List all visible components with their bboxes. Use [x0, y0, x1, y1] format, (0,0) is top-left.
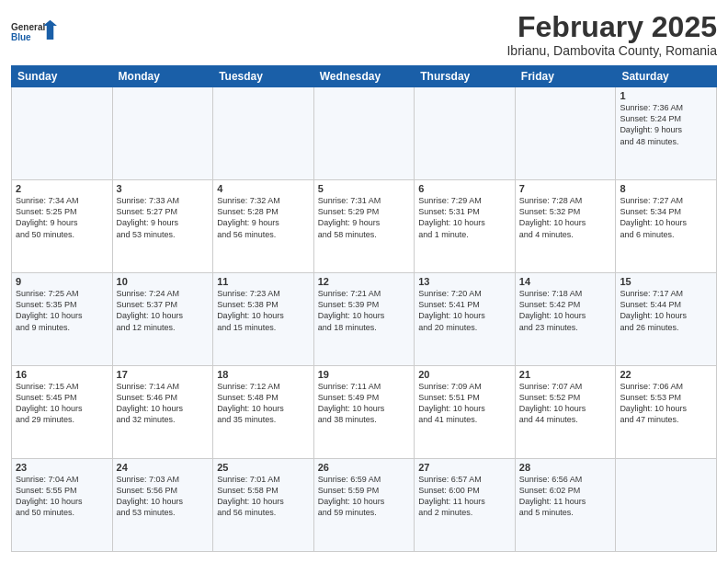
calendar-weekday-wednesday: Wednesday — [313, 66, 415, 87]
day-detail: Sunrise: 7:18 AM Sunset: 5:42 PM Dayligh… — [519, 288, 612, 333]
calendar-cell — [313, 87, 415, 180]
day-detail: Sunrise: 7:06 AM Sunset: 5:53 PM Dayligh… — [620, 381, 712, 426]
day-number: 2 — [16, 183, 108, 194]
page: General Blue February 2025 Ibrianu, Damb… — [0, 0, 728, 563]
day-detail: Sunrise: 7:28 AM Sunset: 5:32 PM Dayligh… — [519, 195, 612, 240]
day-number: 23 — [16, 462, 108, 473]
calendar-weekday-tuesday: Tuesday — [213, 66, 314, 87]
day-number: 17 — [117, 369, 210, 380]
day-number: 4 — [217, 183, 310, 194]
day-detail: Sunrise: 7:33 AM Sunset: 5:27 PM Dayligh… — [117, 195, 210, 240]
calendar-cell — [112, 87, 213, 180]
day-number: 9 — [16, 276, 108, 287]
day-number: 11 — [217, 276, 310, 287]
calendar-cell: 23Sunrise: 7:04 AM Sunset: 5:55 PM Dayli… — [12, 459, 113, 552]
calendar-cell: 2Sunrise: 7:34 AM Sunset: 5:25 PM Daylig… — [12, 180, 113, 273]
day-detail: Sunrise: 7:34 AM Sunset: 5:25 PM Dayligh… — [16, 195, 108, 240]
calendar-weekday-sunday: Sunday — [12, 66, 113, 87]
calendar-week-3: 9Sunrise: 7:25 AM Sunset: 5:35 PM Daylig… — [12, 273, 717, 366]
calendar-cell: 8Sunrise: 7:27 AM Sunset: 5:34 PM Daylig… — [616, 180, 717, 273]
calendar-cell: 5Sunrise: 7:31 AM Sunset: 5:29 PM Daylig… — [313, 180, 415, 273]
calendar-weekday-saturday: Saturday — [616, 66, 717, 87]
day-number: 27 — [418, 462, 511, 473]
calendar-cell: 6Sunrise: 7:29 AM Sunset: 5:31 PM Daylig… — [415, 180, 516, 273]
calendar-cell: 28Sunrise: 6:56 AM Sunset: 6:02 PM Dayli… — [515, 459, 616, 552]
calendar-cell — [616, 459, 717, 552]
calendar-cell — [213, 87, 314, 180]
calendar-weekday-monday: Monday — [112, 66, 213, 87]
day-detail: Sunrise: 7:25 AM Sunset: 5:35 PM Dayligh… — [16, 288, 108, 333]
calendar-cell: 15Sunrise: 7:17 AM Sunset: 5:44 PM Dayli… — [616, 273, 717, 366]
day-detail: Sunrise: 7:11 AM Sunset: 5:49 PM Dayligh… — [318, 381, 411, 426]
location: Ibrianu, Dambovita County, Romania — [506, 43, 717, 58]
svg-text:General: General — [11, 22, 45, 32]
svg-text:Blue: Blue — [11, 32, 31, 42]
day-detail: Sunrise: 7:15 AM Sunset: 5:45 PM Dayligh… — [16, 381, 108, 426]
day-detail: Sunrise: 7:32 AM Sunset: 5:28 PM Dayligh… — [217, 195, 310, 240]
calendar-cell: 7Sunrise: 7:28 AM Sunset: 5:32 PM Daylig… — [515, 180, 616, 273]
calendar-cell: 10Sunrise: 7:24 AM Sunset: 5:37 PM Dayli… — [112, 273, 213, 366]
day-detail: Sunrise: 7:29 AM Sunset: 5:31 PM Dayligh… — [418, 195, 511, 240]
calendar-cell: 11Sunrise: 7:23 AM Sunset: 5:38 PM Dayli… — [213, 273, 314, 366]
day-number: 21 — [519, 369, 612, 380]
calendar-header-row: SundayMondayTuesdayWednesdayThursdayFrid… — [12, 66, 717, 87]
day-number: 1 — [620, 90, 712, 101]
title-block: February 2025 Ibrianu, Dambovita County,… — [506, 11, 717, 58]
calendar-table: SundayMondayTuesdayWednesdayThursdayFrid… — [11, 65, 717, 552]
day-number: 26 — [318, 462, 411, 473]
calendar-cell: 22Sunrise: 7:06 AM Sunset: 5:53 PM Dayli… — [616, 366, 717, 459]
calendar-cell — [12, 87, 113, 180]
calendar-cell: 14Sunrise: 7:18 AM Sunset: 5:42 PM Dayli… — [515, 273, 616, 366]
day-number: 5 — [318, 183, 411, 194]
day-number: 19 — [318, 369, 411, 380]
day-detail: Sunrise: 7:01 AM Sunset: 5:58 PM Dayligh… — [217, 474, 310, 519]
day-number: 8 — [620, 183, 712, 194]
day-detail: Sunrise: 7:24 AM Sunset: 5:37 PM Dayligh… — [117, 288, 210, 333]
day-number: 15 — [620, 276, 712, 287]
header: General Blue February 2025 Ibrianu, Damb… — [11, 11, 717, 58]
day-number: 3 — [117, 183, 210, 194]
day-number: 25 — [217, 462, 310, 473]
calendar-cell: 25Sunrise: 7:01 AM Sunset: 5:58 PM Dayli… — [213, 459, 314, 552]
day-detail: Sunrise: 7:23 AM Sunset: 5:38 PM Dayligh… — [217, 288, 310, 333]
calendar-week-5: 23Sunrise: 7:04 AM Sunset: 5:55 PM Dayli… — [12, 459, 717, 552]
logo-svg: General Blue — [11, 11, 57, 52]
day-detail: Sunrise: 7:14 AM Sunset: 5:46 PM Dayligh… — [117, 381, 210, 426]
day-detail: Sunrise: 7:04 AM Sunset: 5:55 PM Dayligh… — [16, 474, 108, 519]
day-detail: Sunrise: 7:07 AM Sunset: 5:52 PM Dayligh… — [519, 381, 612, 426]
day-detail: Sunrise: 7:31 AM Sunset: 5:29 PM Dayligh… — [318, 195, 411, 240]
calendar-cell: 21Sunrise: 7:07 AM Sunset: 5:52 PM Dayli… — [515, 366, 616, 459]
calendar-cell: 16Sunrise: 7:15 AM Sunset: 5:45 PM Dayli… — [12, 366, 113, 459]
calendar-week-4: 16Sunrise: 7:15 AM Sunset: 5:45 PM Dayli… — [12, 366, 717, 459]
calendar-cell: 24Sunrise: 7:03 AM Sunset: 5:56 PM Dayli… — [112, 459, 213, 552]
month-year: February 2025 — [506, 11, 717, 43]
day-detail: Sunrise: 7:17 AM Sunset: 5:44 PM Dayligh… — [620, 288, 712, 333]
calendar-cell: 1Sunrise: 7:36 AM Sunset: 5:24 PM Daylig… — [616, 87, 717, 180]
day-number: 22 — [620, 369, 712, 380]
calendar-cell: 9Sunrise: 7:25 AM Sunset: 5:35 PM Daylig… — [12, 273, 113, 366]
day-number: 24 — [117, 462, 210, 473]
calendar-cell: 12Sunrise: 7:21 AM Sunset: 5:39 PM Dayli… — [313, 273, 415, 366]
calendar-weekday-thursday: Thursday — [415, 66, 516, 87]
calendar-cell: 17Sunrise: 7:14 AM Sunset: 5:46 PM Dayli… — [112, 366, 213, 459]
day-detail: Sunrise: 7:21 AM Sunset: 5:39 PM Dayligh… — [318, 288, 411, 333]
calendar-cell: 4Sunrise: 7:32 AM Sunset: 5:28 PM Daylig… — [213, 180, 314, 273]
calendar-cell — [415, 87, 516, 180]
day-number: 18 — [217, 369, 310, 380]
logo: General Blue — [11, 11, 57, 52]
calendar-weekday-friday: Friday — [515, 66, 616, 87]
day-detail: Sunrise: 6:57 AM Sunset: 6:00 PM Dayligh… — [418, 474, 511, 519]
day-detail: Sunrise: 7:09 AM Sunset: 5:51 PM Dayligh… — [418, 381, 511, 426]
day-detail: Sunrise: 6:56 AM Sunset: 6:02 PM Dayligh… — [519, 474, 612, 519]
calendar-week-1: 1Sunrise: 7:36 AM Sunset: 5:24 PM Daylig… — [12, 87, 717, 180]
day-detail: Sunrise: 7:36 AM Sunset: 5:24 PM Dayligh… — [620, 102, 712, 147]
day-detail: Sunrise: 7:20 AM Sunset: 5:41 PM Dayligh… — [418, 288, 511, 333]
day-number: 7 — [519, 183, 612, 194]
day-detail: Sunrise: 7:03 AM Sunset: 5:56 PM Dayligh… — [117, 474, 210, 519]
calendar-cell: 3Sunrise: 7:33 AM Sunset: 5:27 PM Daylig… — [112, 180, 213, 273]
day-detail: Sunrise: 7:27 AM Sunset: 5:34 PM Dayligh… — [620, 195, 712, 240]
day-detail: Sunrise: 6:59 AM Sunset: 5:59 PM Dayligh… — [318, 474, 411, 519]
calendar-cell — [515, 87, 616, 180]
day-number: 16 — [16, 369, 108, 380]
day-number: 12 — [318, 276, 411, 287]
